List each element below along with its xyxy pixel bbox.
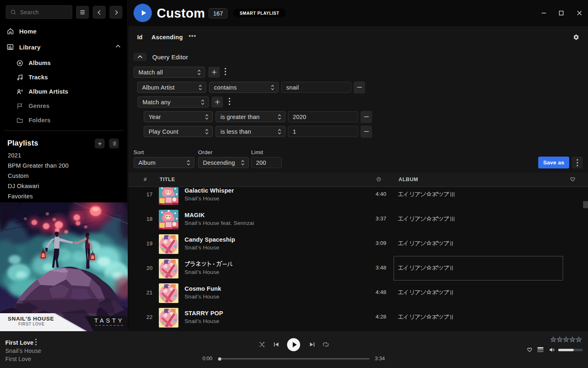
svg-text:SNAIL’S HOUSE: SNAIL’S HOUSE <box>8 316 54 322</box>
svg-text:TASTY: TASTY <box>94 317 124 324</box>
svg-text:FIRST LOVE: FIRST LOVE <box>18 322 45 326</box>
